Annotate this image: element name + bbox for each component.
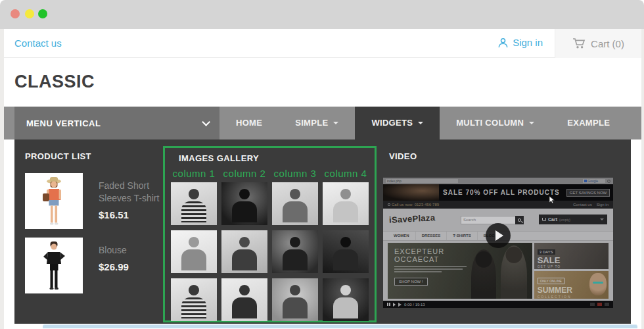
gallery-photo[interactable] [323, 278, 369, 321]
window-titlebar [0, 0, 644, 29]
product-item[interactable]: Faded Short Sleeves T-shirt $16.51 [25, 173, 166, 229]
nav-item-label: SIMPLE [295, 118, 328, 128]
volume-icon[interactable] [398, 303, 402, 307]
chevron-down-icon [202, 118, 210, 126]
pause-icon[interactable] [387, 303, 390, 306]
mini-cart-note: (empty) [559, 218, 570, 222]
user-icon [497, 38, 509, 48]
mini-cart-bar: Cart (empty) [539, 215, 607, 224]
gallery-photo[interactable] [323, 182, 369, 225]
favicon [584, 180, 587, 182]
cart-button[interactable]: Cart (0) [555, 29, 641, 58]
gallery-column-headers: column 1 column 2 column 3 column 4 [165, 168, 375, 179]
mini-nav-tshirts: T-SHIRTS [447, 232, 477, 240]
sign-in-link[interactable]: Sign in [497, 37, 543, 48]
hero-title: EXCEPTEUR OCCAECAT [394, 247, 532, 263]
minimize-window-icon[interactable] [25, 9, 34, 18]
mini-signin-link: Sign in [597, 203, 609, 207]
product-name[interactable]: Blouse [99, 244, 166, 257]
product-list-section: PRODUCT LIST [25, 151, 166, 302]
gallery-photo[interactable] [272, 182, 318, 225]
product-photo [25, 173, 83, 229]
cart-icon [572, 38, 586, 49]
video-title: VIDEO [389, 151, 417, 161]
product-info: Blouse $26.99 [99, 238, 166, 293]
gallery-column-4-link[interactable]: column 4 [323, 168, 369, 179]
mini-contact-link: Contact us [573, 203, 592, 207]
cart-label: Cart (0) [591, 38, 624, 49]
close-window-icon[interactable] [11, 9, 20, 18]
menu-vertical-toggle[interactable]: MENU VERTICAL [14, 107, 219, 139]
gallery-column-3-link[interactable]: column 3 [272, 168, 318, 179]
mini-hero-banner: EXCEPTEUR OCCAECAT SHOP NOW ! [388, 243, 532, 299]
gallery-photo[interactable] [221, 182, 267, 225]
magnifier-icon [518, 218, 521, 222]
gallery-photo[interactable] [171, 182, 217, 225]
mini-toplinks: Contact us Sign in [573, 203, 609, 207]
banner-button: GET SAVINGS NOW [566, 189, 610, 197]
gallery-photo[interactable] [272, 278, 318, 321]
mini-search-input: Search [461, 216, 524, 224]
mini-topbar: Call us now: 0123-456-789 Contact us Sig… [383, 201, 613, 209]
nav-item-label: MULTI COLUMN [456, 118, 524, 128]
tshirt-product-image [25, 173, 83, 229]
site-logo[interactable]: CLASSIC [14, 72, 95, 92]
nav-item-example[interactable]: EXAMPLE [551, 107, 626, 139]
images-gallery-title: IMAGES GALLERY [179, 153, 375, 163]
maximize-window-icon[interactable] [38, 9, 47, 18]
magnifier-icon [607, 180, 610, 183]
gallery-photo[interactable] [171, 230, 217, 273]
fullscreen-icon[interactable] [605, 303, 609, 306]
mini-sale-banner: SALE 70% OFF ALL PRODUCTS GET SAVINGS NO… [383, 184, 613, 201]
watch-later-icon[interactable] [597, 303, 602, 306]
logo-bar: CLASSIC [4, 59, 641, 107]
product-price: $26.99 [99, 261, 166, 272]
gallery-grid [165, 182, 375, 321]
phone-label: Call us now: [392, 203, 413, 207]
mini-site-logo: iSavePlaza [389, 213, 436, 225]
video-controls-bar: 0:00 / 19:13 [383, 301, 613, 308]
promo-off-text: 25% OFF [538, 268, 605, 269]
gallery-photo[interactable] [221, 278, 267, 321]
promo-sale-text: SALE [538, 256, 605, 265]
gallery-photo[interactable] [272, 230, 318, 273]
blouse-product-image [25, 238, 83, 293]
phone-number: Call us now: 0123-456-789 [388, 203, 439, 207]
next-icon[interactable] [393, 303, 396, 307]
promo-badge: 3 DAYS [538, 249, 555, 255]
nav-item-label: EXAMPLE [567, 118, 610, 128]
gallery-photo[interactable] [221, 230, 267, 273]
nav-item-widgets[interactable]: WIDGETS [355, 107, 440, 139]
gallery-column-2-link[interactable]: column 2 [221, 168, 267, 179]
top-bar: Contact us Sign in Cart (0) [4, 29, 641, 58]
gallery-photo[interactable] [171, 278, 217, 321]
mini-cart-label: Cart [548, 217, 557, 222]
video-thumbnail[interactable]: index.php Google SALE 70% OFF ALL PRODUC… [383, 178, 613, 308]
mini-cart-icon [542, 218, 546, 221]
mouse-cursor [549, 195, 555, 204]
caret-down-icon [529, 122, 534, 124]
mini-url-bar: index.php [386, 179, 458, 183]
mini-search-button [515, 216, 524, 224]
sign-in-label: Sign in [513, 37, 543, 48]
settings-icon[interactable] [590, 303, 595, 306]
contact-us-link[interactable]: Contact us [14, 38, 62, 49]
nav-item-simple[interactable]: SIMPLE [279, 107, 355, 139]
nav-item-label: HOME [236, 118, 262, 128]
mini-hero: EXCEPTEUR OCCAECAT SHOP NOW ! 3 DAYS SAL… [383, 241, 613, 301]
gallery-photo[interactable] [323, 230, 369, 273]
gallery-column-1-link[interactable]: column 1 [171, 168, 217, 179]
promo-badge: ONLY ONLINE [538, 278, 564, 284]
nav-items: HOME SIMPLE WIDGETS MULTI COLUMN EXAMPLE [219, 107, 626, 139]
product-list-title: PRODUCT LIST [25, 151, 166, 161]
nav-item-multi-column[interactable]: MULTI COLUMN [440, 107, 551, 139]
nav-item-label: WIDGETS [371, 118, 413, 128]
product-name[interactable]: Faded Short Sleeves T-shirt [99, 180, 166, 205]
product-info: Faded Short Sleeves T-shirt $16.51 [99, 173, 166, 229]
sale-promo-tile: 3 DAYS SALE GET UP TO 25% OFF [534, 243, 609, 269]
page: Contact us Sign in Cart (0) CLASSIC [4, 29, 641, 329]
play-button[interactable] [486, 223, 511, 248]
product-item[interactable]: Blouse $26.99 [25, 238, 166, 293]
nav-item-home[interactable]: HOME [219, 107, 279, 139]
caret-down-icon [418, 122, 423, 124]
